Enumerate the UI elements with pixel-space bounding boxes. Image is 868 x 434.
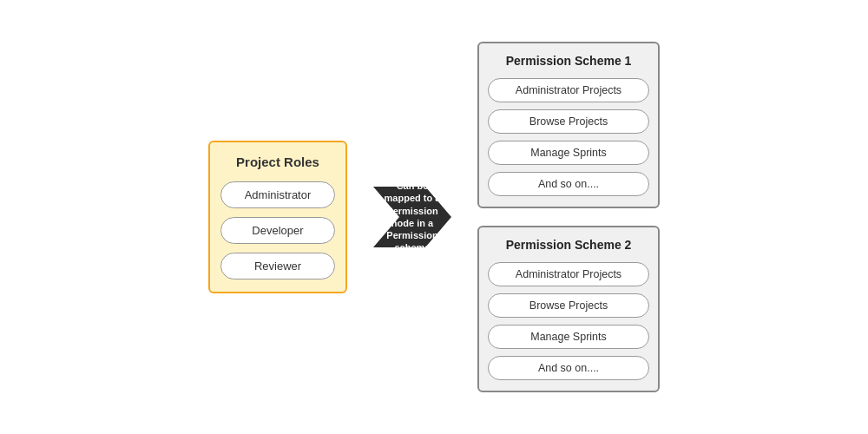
role-item-administrator: Administrator bbox=[220, 181, 335, 208]
schemes-column: Permission Scheme 1 Administrator Projec… bbox=[477, 42, 660, 392]
scheme-box-2: Permission Scheme 2 Administrator Projec… bbox=[477, 226, 660, 392]
scheme-2-permission-1: Browse Projects bbox=[488, 293, 649, 318]
scheme-1-title: Permission Scheme 1 bbox=[488, 54, 649, 68]
arrow-area: Can be mapped to a Permission node in a … bbox=[373, 178, 451, 256]
project-roles-box: Project Roles Administrator Developer Re… bbox=[208, 141, 347, 293]
scheme-1-permission-2: Manage Sprints bbox=[488, 141, 649, 165]
scheme-1-permission-3: And so on.... bbox=[488, 172, 649, 196]
scheme-1-permission-0: Administrator Projects bbox=[488, 78, 649, 102]
arrow-label: Can be mapped to a Permission node in a … bbox=[380, 180, 445, 254]
diagram-container: Project Roles Administrator Developer Re… bbox=[208, 42, 660, 392]
chevron-icon: Can be mapped to a Permission node in a … bbox=[373, 178, 451, 256]
role-item-developer: Developer bbox=[220, 217, 335, 244]
scheme-box-1: Permission Scheme 1 Administrator Projec… bbox=[477, 42, 660, 208]
scheme-2-permission-2: Manage Sprints bbox=[488, 325, 649, 349]
scheme-2-permission-3: And so on.... bbox=[488, 356, 649, 380]
role-item-reviewer: Reviewer bbox=[220, 253, 335, 279]
scheme-2-title: Permission Scheme 2 bbox=[488, 238, 649, 252]
scheme-2-permission-0: Administrator Projects bbox=[488, 262, 649, 286]
project-roles-title: Project Roles bbox=[220, 155, 335, 169]
scheme-1-permission-1: Browse Projects bbox=[488, 109, 649, 134]
